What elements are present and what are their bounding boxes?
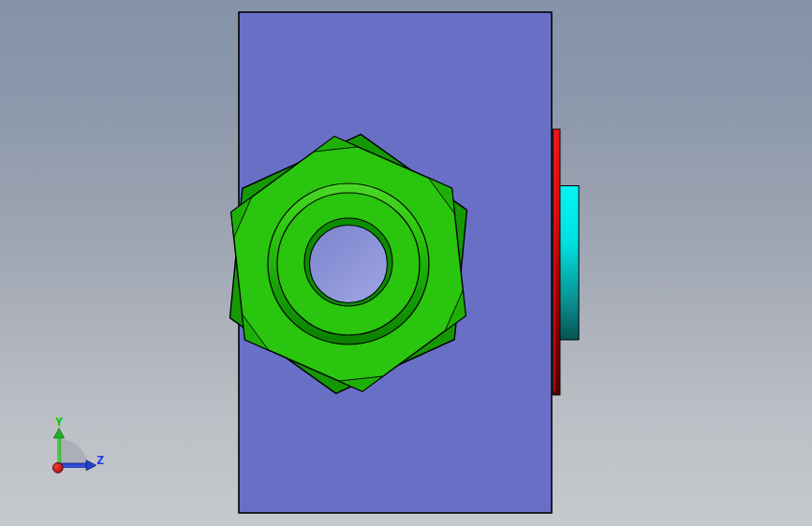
x-axis-origin-dot xyxy=(52,462,63,473)
cad-viewport-canvas[interactable]: Y Z xyxy=(0,0,812,526)
z-axis-shaft xyxy=(60,463,87,468)
z-axis-label: Z xyxy=(96,453,104,467)
y-axis-label: Y xyxy=(55,415,63,429)
y-axis-arrowhead xyxy=(53,429,64,439)
z-axis-arrowhead xyxy=(86,460,96,471)
red-disc-edge-highlight xyxy=(554,131,555,391)
orientation-triad: Y Z xyxy=(52,415,104,473)
cyan-cylinder-part[interactable] xyxy=(559,186,579,341)
bore-hole-shaft[interactable] xyxy=(310,226,388,303)
